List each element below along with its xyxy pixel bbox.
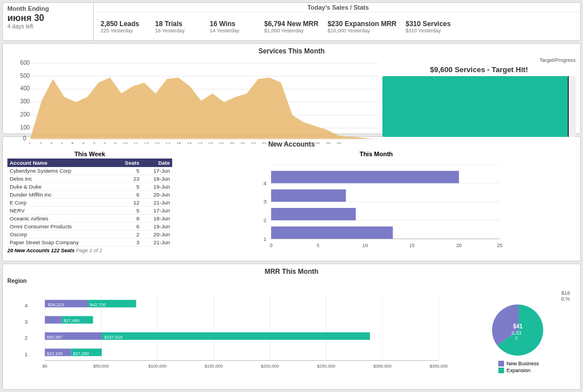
svg-text:10: 10 — [363, 243, 368, 248]
svg-text:3: 3 — [264, 198, 266, 205]
this-week-label: This Week — [7, 151, 172, 157]
table-row: Cyberdyne Systems Corp517-Jun — [7, 167, 172, 175]
table-row: Duke & Duke519-Jun — [7, 183, 172, 191]
svg-text:20: 20 — [456, 243, 462, 248]
svg-text:$50,587: $50,587 — [47, 335, 63, 340]
legend-new-label: New Business — [506, 361, 539, 366]
svg-rect-60 — [271, 171, 459, 184]
svg-text:$38,223: $38,223 — [48, 302, 64, 307]
svg-text:25: 25 — [497, 243, 503, 248]
pie-side-sub: 0,% — [561, 296, 570, 302]
svg-text:$350,000: $350,000 — [430, 364, 448, 369]
svg-text:7: 7 — [515, 336, 518, 341]
svg-text:20: 20 — [464, 174, 470, 181]
svg-text:8: 8 — [103, 141, 106, 144]
svg-text:4: 4 — [264, 180, 267, 186]
svg-text:1: 1 — [24, 351, 28, 357]
svg-text:18: 18 — [209, 141, 213, 144]
svg-text:4: 4 — [61, 141, 63, 144]
svg-text:9: 9 — [361, 211, 364, 218]
services-target: Target/Progress $9,600 Services - Target… — [382, 57, 576, 144]
month-ending-days: 4 days left — [7, 23, 89, 30]
table-row: E Corp1221-Jun — [7, 199, 172, 207]
svg-text:$27,490: $27,490 — [64, 318, 80, 323]
svg-text:$150,000: $150,000 — [205, 364, 223, 369]
pie-side-label: $18 — [561, 290, 570, 296]
accounts-content: This Week Account Name Seats Date Cyberd… — [7, 151, 576, 257]
mrr-pie-area: $18 0,% $41 2,33 7 — [462, 278, 576, 386]
accounts-summary: 20 New Accounts 122 Seats — [7, 248, 74, 253]
svg-text:27: 27 — [305, 141, 309, 144]
svg-text:$237,916: $237,916 — [105, 335, 123, 340]
svg-text:25: 25 — [283, 141, 288, 144]
svg-text:500: 500 — [20, 73, 30, 79]
svg-text:$250,000: $250,000 — [317, 364, 335, 369]
svg-text:2,33: 2,33 — [511, 330, 522, 336]
col-account-name: Account Name — [7, 159, 114, 167]
table-row: NERV517-Jun — [7, 207, 172, 215]
svg-text:19: 19 — [219, 141, 223, 144]
svg-text:14: 14 — [165, 141, 170, 144]
month-ending-section: Month Ending июня 30 4 days left — [3, 3, 94, 40]
col-seats: Seats — [114, 159, 141, 167]
mrr-content: Region 4 3 2 1 — [7, 278, 576, 386]
svg-text:2: 2 — [39, 141, 41, 144]
services-title: Services This Month — [7, 47, 576, 55]
this-month-label: This Month — [177, 151, 576, 157]
svg-text:$42,720: $42,720 — [90, 302, 106, 307]
stat-item-1: 18 Trials16 Yesterday — [155, 20, 201, 34]
legend-exp-label: Expansion — [506, 368, 530, 373]
svg-text:28: 28 — [315, 141, 320, 144]
svg-text:3: 3 — [24, 319, 28, 325]
svg-text:29: 29 — [326, 141, 330, 144]
svg-text:2: 2 — [24, 335, 28, 341]
stats-row: 2,850 Leads225 Yesterday18 Trials16 Yest… — [96, 12, 580, 40]
accounts-table: Account Name Seats Date Cyberdyne System… — [7, 159, 172, 247]
svg-text:$41: $41 — [513, 323, 523, 330]
svg-text:$50,000: $50,000 — [93, 364, 109, 369]
svg-text:600: 600 — [20, 60, 30, 66]
svg-text:2: 2 — [264, 217, 266, 223]
stat-item-2: 16 Wins14 Yesterday — [210, 20, 255, 34]
services-content: 600 500 400 300 200 100 0 — [7, 57, 576, 144]
legend-new-color — [498, 361, 504, 366]
svg-text:$23,109: $23,109 — [47, 351, 63, 356]
svg-rect-91 — [102, 332, 370, 340]
svg-text:$300,000: $300,000 — [373, 364, 392, 369]
mrr-chart-area: Region 4 3 2 1 — [7, 278, 457, 386]
svg-text:26: 26 — [294, 141, 298, 144]
top-bar: Month Ending июня 30 4 days left Today's… — [2, 2, 581, 41]
dashboard: Month Ending июня 30 4 days left Today's… — [0, 0, 583, 392]
svg-text:4: 4 — [24, 302, 28, 308]
svg-text:100: 100 — [20, 124, 30, 131]
svg-text:23: 23 — [262, 141, 266, 144]
svg-text:13: 13 — [398, 230, 404, 236]
svg-text:21: 21 — [240, 141, 245, 144]
svg-text:10: 10 — [123, 141, 127, 144]
svg-text:11: 11 — [134, 141, 138, 144]
stat-item-3: $6,794 New MRR$1,000 Yesterday — [264, 20, 318, 34]
svg-text:3: 3 — [50, 141, 52, 144]
svg-text:5: 5 — [317, 243, 319, 248]
target-progress-label: Target/Progress — [382, 57, 576, 63]
stat-item-4: $230 Expansion MRR$10,000 Yesterday — [327, 20, 396, 34]
mrr-section: MRR This Month Region 4 3 2 — [2, 264, 581, 390]
svg-text:200: 200 — [20, 111, 30, 118]
svg-text:$27,280: $27,280 — [73, 351, 89, 356]
svg-text:1: 1 — [29, 141, 31, 144]
svg-text:9: 9 — [114, 141, 116, 144]
legend-exp-color — [498, 368, 504, 373]
services-section: Services This Month 600 500 400 300 200 … — [2, 43, 581, 134]
mrr-title: MRR This Month — [7, 268, 576, 276]
svg-rect-85 — [45, 316, 62, 323]
svg-text:0: 0 — [23, 135, 27, 141]
svg-text:16: 16 — [187, 141, 191, 144]
svg-marker-14 — [30, 78, 372, 139]
services-chart: 600 500 400 300 200 100 0 — [7, 57, 378, 144]
target-hit-title: $9,600 Services - Target Hit! — [382, 65, 576, 74]
month-ending-label: Month Ending — [7, 5, 89, 12]
todays-stats-section: Today's Sales / Stats 2,850 Leads225 Yes… — [96, 3, 580, 40]
table-row: Omni Consumer Products619-Jun — [7, 223, 172, 231]
svg-text:30: 30 — [336, 141, 341, 144]
svg-text:13: 13 — [155, 141, 160, 144]
